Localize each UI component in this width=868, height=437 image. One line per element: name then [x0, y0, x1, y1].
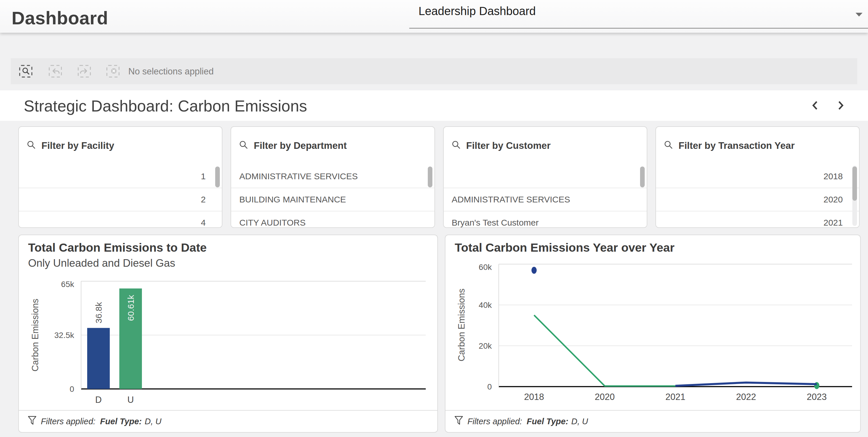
bar-chart-card: Total Carbon Emissions to Date Only Unle… [18, 235, 438, 433]
clear-selections-icon[interactable] [106, 65, 120, 77]
filter-list: ADMINISTRATIVE SERVICES BUILDING MAINTEN… [231, 165, 434, 227]
selections-status-text: No selections applied [128, 58, 214, 84]
list-item[interactable]: 2020 [656, 188, 859, 211]
search-icon[interactable] [26, 140, 36, 151]
leadership-dashboard-page: Dashboard Leadership Dashboard [0, 0, 868, 437]
x-axis-category-label: 2020 [595, 392, 615, 402]
scrollbar-thumb[interactable] [428, 166, 432, 187]
filter-panel-facility: Filter by Facility 1 2 4 [18, 126, 222, 228]
filter-panel-department: Filter by Department ADMINISTRATIVE SERV… [230, 126, 435, 228]
sheet-title: Strategic Dashboard: Carbon Emissions [24, 90, 307, 121]
x-axis-category-label: D [95, 395, 102, 405]
y-axis-tick: 20k [479, 341, 492, 350]
smart-search-icon[interactable] [19, 65, 32, 77]
previous-sheet-button[interactable] [809, 99, 822, 112]
filter-panel-title: Filter by Department [254, 140, 347, 151]
redo-selection-icon[interactable] [78, 65, 91, 77]
list-item[interactable]: 2021 [656, 211, 859, 228]
filter-panel-title: Filter by Facility [41, 140, 114, 151]
list-item[interactable]: 2018 [656, 165, 859, 188]
search-icon[interactable] [663, 140, 673, 151]
filter-list: ADMINISTRATIVE SERVICES Bryan's Test Cus… [444, 165, 647, 227]
filter-panel-title: Filter by Customer [466, 140, 551, 151]
list-item[interactable]: BUILDING MAINTENANCE [231, 188, 434, 211]
list-item[interactable]: 1 [19, 165, 222, 188]
scrollbar-thumb[interactable] [215, 166, 220, 187]
filters-applied-field: Fuel Type: [527, 417, 568, 426]
y-axis-tick: 60k [479, 263, 492, 272]
scrollbar-thumb[interactable] [852, 166, 857, 201]
x-axis-category-label: U [127, 395, 134, 405]
x-axis-category-label: 2018 [524, 392, 544, 402]
bar-value-label: 36.8k [94, 302, 103, 323]
y-axis-tick: 32.5k [55, 331, 74, 340]
y-axis-tick: 0 [487, 382, 492, 391]
next-sheet-button[interactable] [834, 99, 847, 112]
filters-applied-funnel-icon [454, 415, 463, 428]
filter-panel-title: Filter by Transaction Year [679, 140, 795, 151]
filter-list: 2018 2020 2021 [656, 165, 859, 227]
line-chart-card: Total Carbon Emissions Year over Year Ca… [445, 235, 861, 433]
filters-applied-label: Filters applied: [467, 417, 522, 426]
app-header: Dashboard Leadership Dashboard [0, 0, 868, 33]
filters-applied-label: Filters applied: [41, 417, 96, 426]
undo-selection-icon[interactable] [49, 65, 62, 77]
filters-applied-values: D, U [571, 417, 588, 426]
scrollbar-thumb[interactable] [640, 166, 645, 187]
data-point-D-2018[interactable] [531, 267, 537, 274]
filter-panel-customer: Filter by Customer ADMINISTRATIVE SERVIC… [443, 126, 647, 228]
dropdown-caret-icon [855, 12, 863, 18]
list-item[interactable]: ADMINISTRATIVE SERVICES [444, 188, 647, 211]
x-axis-category-label: 2022 [736, 392, 756, 402]
y-axis-tick: 0 [69, 384, 74, 394]
x-axis-category-label: 2021 [665, 392, 685, 402]
filters-applied-values: D, U [145, 417, 162, 426]
app-title: Dashboard [11, 0, 108, 33]
filters-applied-field: Fuel Type: [100, 417, 142, 426]
search-icon[interactable] [451, 140, 461, 151]
sheet-selector-dropdown[interactable]: Leadership Dashboard [409, 0, 868, 29]
list-item[interactable]: 4 [19, 211, 222, 228]
y-axis-tick: 40k [479, 301, 492, 310]
x-axis-category-label: 2023 [807, 392, 827, 402]
list-item[interactable]: 2 [19, 188, 222, 211]
line-chart-plot[interactable]: 020k40k60k20182020202120222023 [445, 235, 859, 410]
filter-panel-transaction-year: Filter by Transaction Year 2018 2020 202… [655, 126, 860, 228]
filters-applied-funnel-icon [28, 415, 37, 428]
chart-footer: Filters applied: Fuel Type: D, U [19, 410, 437, 432]
sheet-title-band: Strategic Dashboard: Carbon Emissions [0, 90, 868, 121]
bar-chart-plot[interactable]: 032.5k65k36.8kD60.61kU [19, 235, 436, 410]
selections-toolbar: No selections applied [11, 58, 857, 84]
list-item[interactable]: Bryan's Test Customer [444, 211, 647, 228]
filter-panels-row: Filter by Facility 1 2 4 Filter by Depar… [18, 126, 860, 228]
bar-value-label: 60.61k [126, 294, 135, 321]
chart-footer: Filters applied: Fuel Type: D, U [445, 410, 860, 432]
y-axis-tick: 65k [61, 280, 74, 289]
list-item[interactable]: ADMINISTRATIVE SERVICES [231, 165, 434, 188]
bar-D[interactable] [87, 328, 110, 389]
list-item[interactable] [444, 165, 647, 188]
search-icon[interactable] [239, 140, 248, 151]
series-line-U[interactable] [534, 315, 675, 386]
sheet-selector-value: Leadership Dashboard [418, 5, 536, 18]
filter-list: 1 2 4 [19, 165, 222, 227]
list-item[interactable]: CITY AUDITORS [231, 211, 434, 228]
series-line-D[interactable] [675, 382, 817, 386]
